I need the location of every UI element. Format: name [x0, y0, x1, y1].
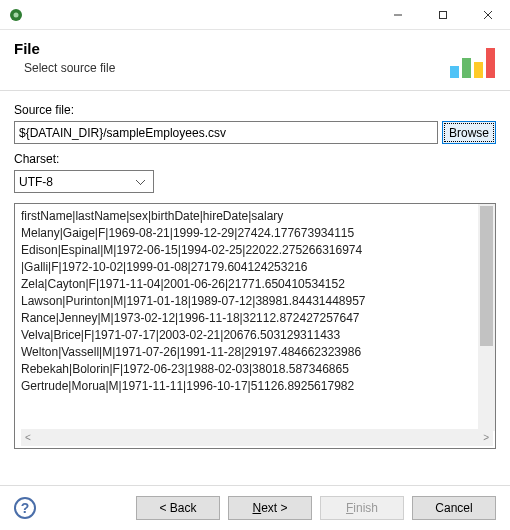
svg-point-1 [14, 12, 19, 17]
chart-icon [448, 40, 496, 80]
preview-line: firstName|lastName|sex|birthDate|hireDat… [21, 208, 493, 225]
page-title: File [14, 40, 115, 57]
finish-button: Finish [320, 496, 404, 520]
svg-rect-7 [462, 58, 471, 78]
scroll-left-arrow[interactable]: < [25, 432, 31, 443]
source-file-label: Source file: [14, 103, 496, 117]
next-button[interactable]: Next > [228, 496, 312, 520]
svg-rect-9 [486, 48, 495, 78]
preview-line: Welton|Vassell|M|1971-07-26|1991-11-28|2… [21, 344, 493, 361]
preview-line: |Galli|F|1972-10-02|1999-01-08|27179.604… [21, 259, 493, 276]
svg-rect-6 [450, 66, 459, 78]
preview-line: Gertrude|Morua|M|1971-11-11|1996-10-17|5… [21, 378, 493, 395]
preview-line: Edison|Espinal|M|1972-06-15|1994-02-25|2… [21, 242, 493, 259]
app-icon [8, 7, 24, 23]
scroll-right-arrow[interactable]: > [483, 432, 489, 443]
file-preview-body[interactable]: firstName|lastName|sex|birthDate|hireDat… [21, 208, 493, 429]
back-button[interactable]: < Back [136, 496, 220, 520]
preview-line: Velva|Brice|F|1971-07-17|2003-02-21|2067… [21, 327, 493, 344]
scrollbar-thumb[interactable] [480, 206, 493, 346]
preview-line: Rebekah|Bolorin|F|1972-06-23|1988-02-03|… [21, 361, 493, 378]
window-titlebar [0, 0, 510, 30]
preview-line: Lawson|Purinton|M|1971-01-18|1989-07-12|… [21, 293, 493, 310]
wizard-content: Source file: Browse Charset: UTF-8 first… [0, 91, 510, 457]
svg-rect-8 [474, 62, 483, 78]
horizontal-scrollbar[interactable]: < > [21, 429, 493, 446]
wizard-footer: ? < Back Next > Finish Cancel [0, 485, 510, 530]
minimize-button[interactable] [375, 0, 420, 29]
cancel-button[interactable]: Cancel [412, 496, 496, 520]
svg-rect-3 [439, 11, 446, 18]
preview-line: Zela|Cayton|F|1971-11-04|2001-06-26|2177… [21, 276, 493, 293]
charset-select[interactable]: UTF-8 [14, 170, 154, 193]
browse-button[interactable]: Browse [442, 121, 496, 144]
preview-line: Melany|Gaige|F|1969-08-21|1999-12-29|274… [21, 225, 493, 242]
source-file-input[interactable] [14, 121, 438, 144]
help-icon[interactable]: ? [14, 497, 36, 519]
page-subtitle: Select source file [24, 61, 115, 75]
vertical-scrollbar[interactable] [478, 204, 495, 431]
maximize-button[interactable] [420, 0, 465, 29]
preview-line: Rance|Jenney|M|1973-02-12|1996-11-18|321… [21, 310, 493, 327]
file-preview: firstName|lastName|sex|birthDate|hireDat… [14, 203, 496, 449]
charset-label: Charset: [14, 152, 496, 166]
close-button[interactable] [465, 0, 510, 29]
wizard-header: File Select source file [0, 30, 510, 91]
